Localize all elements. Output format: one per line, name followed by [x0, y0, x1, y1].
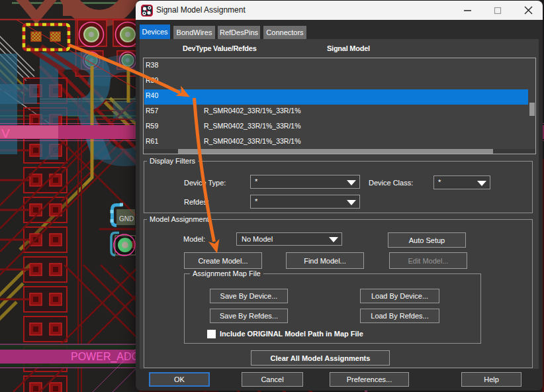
svg-text:POWER_ADC: POWER_ADC: [71, 351, 139, 363]
svg-text:GND: GND: [119, 215, 134, 222]
svg-text:V: V: [1, 126, 10, 140]
